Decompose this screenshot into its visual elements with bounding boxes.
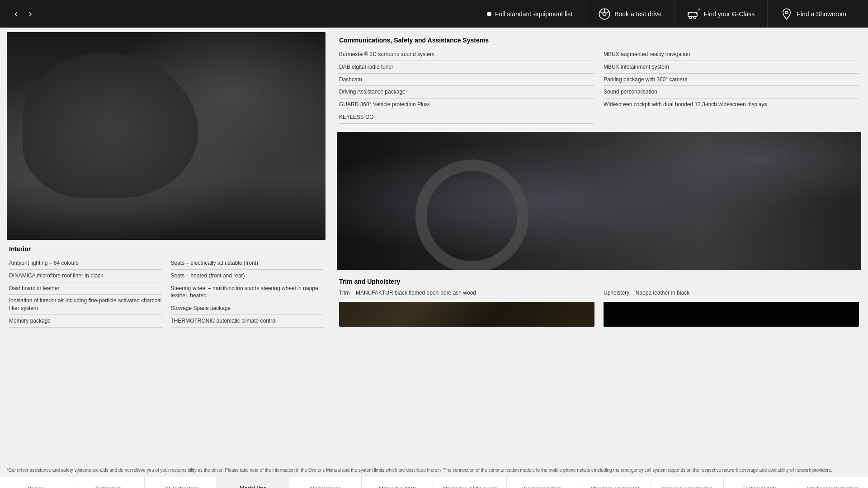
spec-item: THERMOTRONIC automatic climate control <box>171 315 324 328</box>
comms-title: Communications, Safety and Assistance Sy… <box>339 37 859 44</box>
comms-item: Widescreen cockpit with dual bonded 12.3… <box>604 99 859 111</box>
trim-label-0: Trim – MANUFAKTUR black flamed open-pore… <box>339 290 594 299</box>
footnote-text: ¹Our driver assistance and safety system… <box>7 467 832 473</box>
spec-item: Dashboard in leather <box>9 282 162 295</box>
prev-arrow[interactable]: ‹ <box>9 8 23 20</box>
bottom-nav-eq-technology[interactable]: EQ Technology <box>145 477 217 488</box>
main-content: Interior Ambient lighting – 64 colours D… <box>0 28 868 463</box>
spec-item: Steering wheel – multifunction sports st… <box>171 282 324 303</box>
bottom-nav-personalisation[interactable]: Personalisation <box>507 477 579 488</box>
car-question-icon: ? <box>687 8 700 20</box>
spec-item: Ambient lighting – 64 colours <box>9 257 162 270</box>
dashboard-image <box>337 132 861 270</box>
spec-item: Stowage Space package <box>171 302 324 315</box>
svg-point-6 <box>689 16 692 19</box>
steering-wheel-icon <box>598 8 611 20</box>
interior-specs-grid: Ambient lighting – 64 colours DINAMICA m… <box>9 257 323 328</box>
comms-item: Sound personalisation <box>604 86 859 99</box>
bottom-nav-design[interactable]: Design <box>0 477 72 488</box>
interior-title: Interior <box>9 245 323 253</box>
svg-line-3 <box>606 11 609 13</box>
comms-section: Communications, Safety and Assistance Sy… <box>337 32 861 128</box>
interior-right-col: Seats – electrically adjustable (front) … <box>171 257 324 328</box>
svg-line-4 <box>599 11 603 13</box>
nav-test-drive[interactable]: Book a test drive <box>585 0 674 28</box>
nav-showroom[interactable]: Find a Showroom <box>767 0 859 28</box>
trim-col-0: Trim – MANUFAKTUR black flamed open-pore… <box>339 290 594 327</box>
bottom-nav-technical-data[interactable]: Technical data <box>724 477 796 488</box>
comms-item: Dashcam <box>339 74 594 86</box>
nav-right-items: Full standard equipment list Book a test… <box>474 0 859 28</box>
top-navigation: ‹ › Full standard equipment list Book a … <box>0 0 868 28</box>
nav-showroom-label: Find a Showroom <box>797 10 846 18</box>
comms-right-col: MBUX augmented reality navigation MBUX i… <box>604 48 859 124</box>
comms-item: MBUX augmented reality navigation <box>604 48 859 61</box>
comms-item: DAB digital radio tuner <box>339 61 594 74</box>
bottom-nav-genuine-accessories[interactable]: Genuine accessories <box>651 477 724 488</box>
bottom-nav-model-line[interactable]: Model line <box>217 477 289 488</box>
interior-seat-image <box>7 32 326 240</box>
svg-point-7 <box>694 16 696 19</box>
comms-item: KEYLESS GO <box>339 111 594 124</box>
nav-test-drive-label: Book a test drive <box>614 10 661 18</box>
comms-item: Parking package with 360° camera <box>604 74 859 86</box>
interior-specs-section: Interior Ambient lighting – 64 colours D… <box>7 240 326 459</box>
nav-equipment-list-label: Full standard equipment list <box>495 10 572 18</box>
trim-label-1: Upholstery – Nappa leather in black <box>604 290 859 299</box>
svg-text:?: ? <box>698 8 700 12</box>
trim-col-1: Upholstery – Nappa leather in black <box>604 290 859 327</box>
location-icon <box>780 8 793 20</box>
bottom-navigation: Design Technology EQ Technology Model li… <box>0 477 868 488</box>
spec-item: Memory package <box>9 315 162 328</box>
footnote-bar: ¹Our driver assistance and safety system… <box>0 463 868 477</box>
trim-swatch-leather <box>604 302 859 327</box>
comms-item: MBUX infotainment system <box>604 61 859 74</box>
spec-item: DINAMICA microfibre roof liner in black <box>9 270 162 282</box>
comms-grid: Burmester® 3D surround sound system DAB … <box>339 48 859 124</box>
dot-icon <box>487 12 491 16</box>
nav-find-gclass[interactable]: ? Find your G-Class <box>674 0 767 28</box>
bottom-nav-additional-info[interactable]: Additional information <box>796 477 868 488</box>
bottom-nav-mercedes-amg[interactable]: Mercedes-AMG <box>362 477 434 488</box>
spec-item: Seats – heated (front and rear) <box>171 270 324 282</box>
svg-point-9 <box>785 11 788 14</box>
comms-item: Driving Assistance package¹ <box>339 86 594 99</box>
spec-item: Seats – electrically adjustable (front) <box>171 257 324 270</box>
comms-item: Burmester® 3D surround sound system <box>339 48 594 61</box>
interior-left-col: Ambient lighting – 64 colours DINAMICA m… <box>9 257 162 328</box>
left-panel: Interior Ambient lighting – 64 colours D… <box>0 28 332 463</box>
trim-title: Trim and Upholstery <box>339 278 859 285</box>
comms-left-col: Burmester® 3D surround sound system DAB … <box>339 48 594 124</box>
bottom-nav-technology[interactable]: Technology <box>72 477 145 488</box>
trim-swatch-wood <box>339 302 594 327</box>
spec-item: Ionisation of interior air including fin… <box>9 295 162 315</box>
comms-item: GUARD 360° Vehicle protection Plus² <box>339 99 594 111</box>
nav-find-gclass-label: Find your G-Class <box>703 10 755 18</box>
trim-grid: Trim – MANUFAKTUR black flamed open-pore… <box>339 290 859 327</box>
right-panel: Communications, Safety and Assistance Sy… <box>332 28 868 463</box>
bottom-nav-standard-equipment[interactable]: Standard equipment <box>579 477 651 488</box>
trim-section: Trim and Upholstery Trim – MANUFAKTUR bl… <box>337 273 861 331</box>
bottom-nav-amg-prices[interactable]: Mercedes-AMG prices <box>434 477 506 488</box>
svg-point-1 <box>603 12 606 15</box>
next-arrow[interactable]: › <box>23 8 37 20</box>
nav-equipment-list[interactable]: Full standard equipment list <box>474 0 585 28</box>
bottom-nav-model-prices[interactable]: Model prices <box>289 477 362 488</box>
